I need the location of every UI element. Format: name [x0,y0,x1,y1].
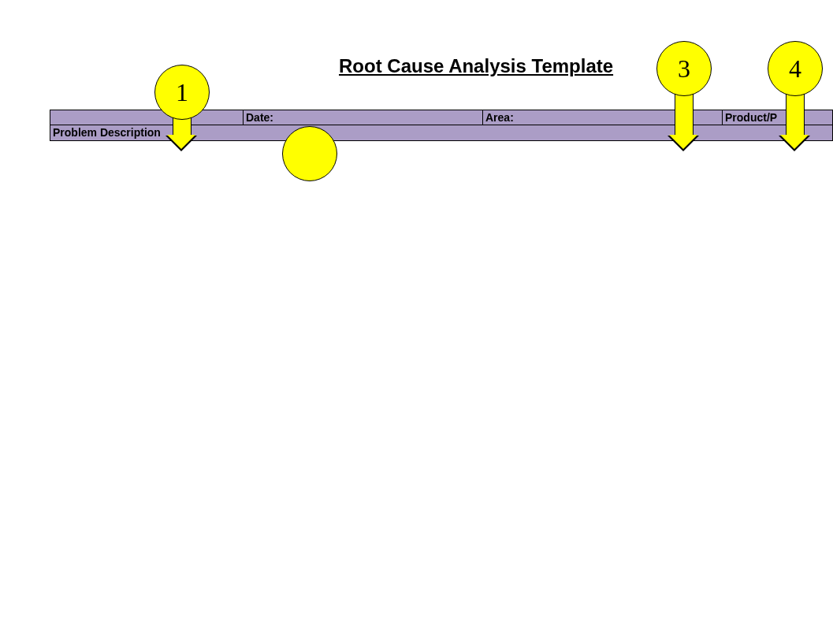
product-label: Product/P [725,111,777,124]
callout-3: 3 [656,41,712,96]
callout-4-number: 4 [789,54,801,84]
callout-arrow-stem [675,93,694,137]
callout-arrow-head [669,135,697,149]
date-label: Date: [246,111,273,124]
cell-separator [243,110,244,125]
callout-1-number: 1 [176,78,188,107]
problem-description-label: Problem Description [53,126,161,139]
page-title: Root Cause Analysis Template [339,55,613,77]
cell-separator [482,110,483,125]
callout-1: 1 [154,65,210,120]
cell-separator [722,110,723,125]
callout-arrow-stem [786,93,805,137]
callout-arrow-head [780,135,809,149]
page: Root Cause Analysis Template Date: Area:… [0,0,833,644]
callout-partial [282,126,337,181]
callout-3-number: 3 [678,54,690,84]
callout-4: 4 [768,41,823,96]
callout-arrow-head [167,135,195,149]
area-label: Area: [485,111,514,124]
